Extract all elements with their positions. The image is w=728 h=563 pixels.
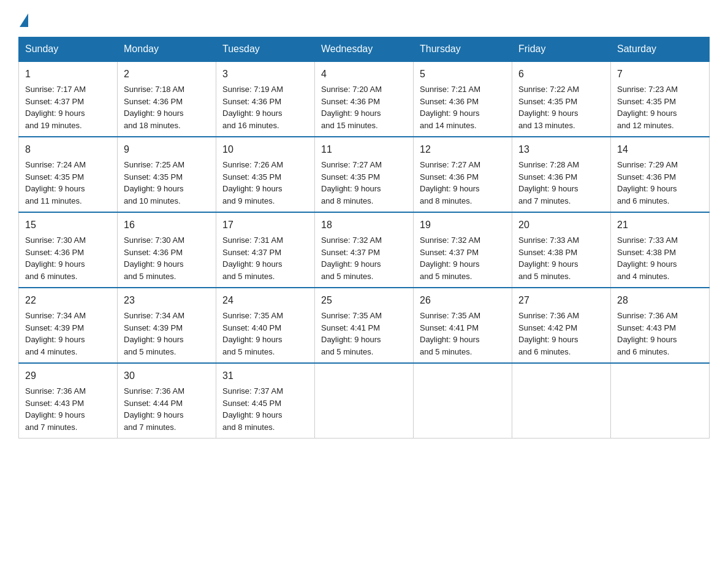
- calendar-cell: 29Sunrise: 7:36 AMSunset: 4:43 PMDayligh…: [19, 363, 118, 439]
- calendar-cell: [315, 363, 414, 439]
- calendar-cell: 7Sunrise: 7:23 AMSunset: 4:35 PMDaylight…: [611, 61, 710, 137]
- day-number: 3: [222, 67, 308, 82]
- calendar-cell: [611, 363, 710, 439]
- calendar-cell: 10Sunrise: 7:26 AMSunset: 4:35 PMDayligh…: [216, 137, 315, 212]
- calendar-table: SundayMondayTuesdayWednesdayThursdayFrid…: [18, 37, 710, 439]
- calendar-header-saturday: Saturday: [611, 37, 710, 62]
- calendar-cell: 11Sunrise: 7:27 AMSunset: 4:35 PMDayligh…: [315, 137, 414, 212]
- page-header: [18, 12, 710, 25]
- calendar-cell: 24Sunrise: 7:35 AMSunset: 4:40 PMDayligh…: [216, 288, 315, 363]
- calendar-cell: 30Sunrise: 7:36 AMSunset: 4:44 PMDayligh…: [118, 363, 216, 439]
- calendar-cell: 1Sunrise: 7:17 AMSunset: 4:37 PMDaylight…: [19, 61, 118, 137]
- calendar-cell: 20Sunrise: 7:33 AMSunset: 4:38 PMDayligh…: [512, 212, 611, 288]
- day-number: 21: [617, 218, 703, 232]
- day-number: 22: [25, 293, 111, 308]
- calendar-cell: 28Sunrise: 7:36 AMSunset: 4:43 PMDayligh…: [611, 288, 710, 363]
- calendar-header-thursday: Thursday: [414, 37, 512, 62]
- calendar-cell: 15Sunrise: 7:30 AMSunset: 4:36 PMDayligh…: [19, 212, 118, 288]
- day-number: 15: [25, 218, 111, 232]
- calendar-cell: 16Sunrise: 7:30 AMSunset: 4:36 PMDayligh…: [118, 212, 216, 288]
- calendar-week-row: 29Sunrise: 7:36 AMSunset: 4:43 PMDayligh…: [19, 363, 710, 439]
- calendar-cell: 31Sunrise: 7:37 AMSunset: 4:45 PMDayligh…: [216, 363, 315, 439]
- calendar-cell: 12Sunrise: 7:27 AMSunset: 4:36 PMDayligh…: [414, 137, 512, 212]
- calendar-header-sunday: Sunday: [19, 37, 118, 62]
- day-number: 8: [25, 142, 111, 157]
- calendar-cell: [414, 363, 512, 439]
- day-number: 13: [518, 142, 604, 157]
- calendar-cell: 2Sunrise: 7:18 AMSunset: 4:36 PMDaylight…: [118, 61, 216, 137]
- day-number: 14: [617, 142, 703, 157]
- calendar-cell: 25Sunrise: 7:35 AMSunset: 4:41 PMDayligh…: [315, 288, 414, 363]
- day-number: 17: [222, 218, 308, 232]
- calendar-week-row: 1Sunrise: 7:17 AMSunset: 4:37 PMDaylight…: [19, 61, 710, 137]
- calendar-header-monday: Monday: [118, 37, 216, 62]
- day-number: 25: [321, 293, 407, 308]
- calendar-cell: 5Sunrise: 7:21 AMSunset: 4:36 PMDaylight…: [414, 61, 512, 137]
- calendar-cell: 27Sunrise: 7:36 AMSunset: 4:42 PMDayligh…: [512, 288, 611, 363]
- day-number: 9: [124, 142, 210, 157]
- calendar-cell: 8Sunrise: 7:24 AMSunset: 4:35 PMDaylight…: [19, 137, 118, 212]
- calendar-cell: 13Sunrise: 7:28 AMSunset: 4:36 PMDayligh…: [512, 137, 611, 212]
- calendar-cell: [512, 363, 611, 439]
- day-number: 7: [617, 67, 703, 82]
- day-number: 30: [124, 369, 210, 383]
- day-number: 31: [222, 369, 308, 383]
- calendar-week-row: 8Sunrise: 7:24 AMSunset: 4:35 PMDaylight…: [19, 137, 710, 212]
- day-number: 10: [222, 142, 308, 157]
- calendar-cell: 6Sunrise: 7:22 AMSunset: 4:35 PMDaylight…: [512, 61, 611, 137]
- calendar-week-row: 22Sunrise: 7:34 AMSunset: 4:39 PMDayligh…: [19, 288, 710, 363]
- day-number: 26: [420, 293, 506, 308]
- calendar-cell: 17Sunrise: 7:31 AMSunset: 4:37 PMDayligh…: [216, 212, 315, 288]
- calendar-cell: 26Sunrise: 7:35 AMSunset: 4:41 PMDayligh…: [414, 288, 512, 363]
- day-number: 27: [518, 293, 604, 308]
- day-number: 2: [124, 67, 210, 82]
- day-number: 12: [420, 142, 506, 157]
- day-number: 19: [420, 218, 506, 232]
- day-number: 28: [617, 293, 703, 308]
- calendar-cell: 18Sunrise: 7:32 AMSunset: 4:37 PMDayligh…: [315, 212, 414, 288]
- calendar-header-row: SundayMondayTuesdayWednesdayThursdayFrid…: [19, 37, 710, 62]
- logo-triangle-icon: [20, 13, 28, 27]
- day-number: 5: [420, 67, 506, 82]
- calendar-cell: 4Sunrise: 7:20 AMSunset: 4:36 PMDaylight…: [315, 61, 414, 137]
- day-number: 16: [124, 218, 210, 232]
- day-number: 20: [518, 218, 604, 232]
- calendar-header-tuesday: Tuesday: [216, 37, 315, 62]
- day-number: 6: [518, 67, 604, 82]
- calendar-week-row: 15Sunrise: 7:30 AMSunset: 4:36 PMDayligh…: [19, 212, 710, 288]
- calendar-cell: 21Sunrise: 7:33 AMSunset: 4:38 PMDayligh…: [611, 212, 710, 288]
- calendar-header-friday: Friday: [512, 37, 611, 62]
- day-number: 29: [25, 369, 111, 383]
- day-number: 4: [321, 67, 407, 82]
- calendar-cell: 23Sunrise: 7:34 AMSunset: 4:39 PMDayligh…: [118, 288, 216, 363]
- logo: [18, 12, 28, 25]
- day-number: 23: [124, 293, 210, 308]
- calendar-header-wednesday: Wednesday: [315, 37, 414, 62]
- calendar-cell: 9Sunrise: 7:25 AMSunset: 4:35 PMDaylight…: [118, 137, 216, 212]
- day-number: 24: [222, 293, 308, 308]
- calendar-cell: 19Sunrise: 7:32 AMSunset: 4:37 PMDayligh…: [414, 212, 512, 288]
- calendar-cell: 14Sunrise: 7:29 AMSunset: 4:36 PMDayligh…: [611, 137, 710, 212]
- day-number: 1: [25, 67, 111, 82]
- calendar-cell: 3Sunrise: 7:19 AMSunset: 4:36 PMDaylight…: [216, 61, 315, 137]
- day-number: 18: [321, 218, 407, 232]
- day-number: 11: [321, 142, 407, 157]
- calendar-cell: 22Sunrise: 7:34 AMSunset: 4:39 PMDayligh…: [19, 288, 118, 363]
